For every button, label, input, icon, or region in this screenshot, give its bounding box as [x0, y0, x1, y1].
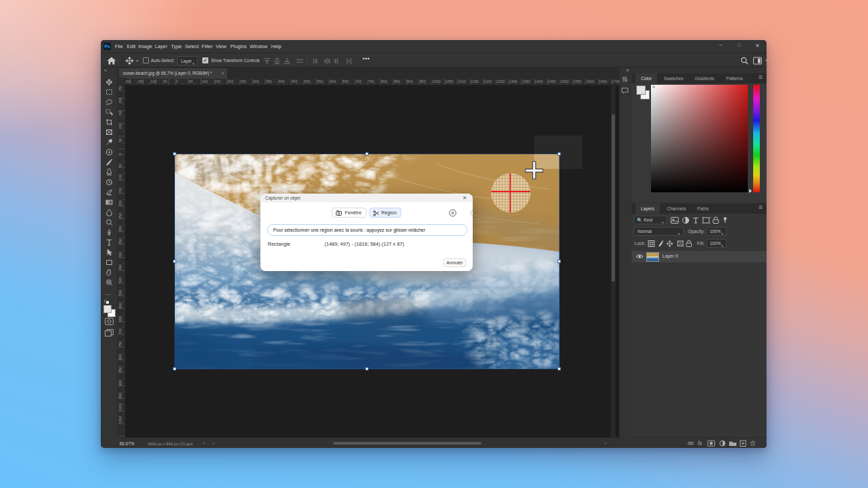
svg-text:fx: fx	[698, 440, 702, 447]
